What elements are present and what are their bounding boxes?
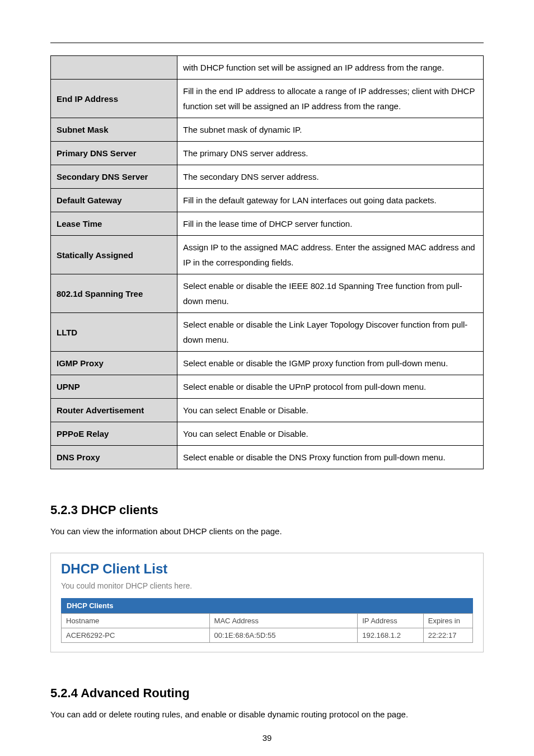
col-hostname: Hostname: [62, 614, 210, 628]
def-label: Primary DNS Server: [51, 142, 177, 165]
def-desc: The primary DNS server address.: [177, 142, 484, 165]
def-desc: You can select Enable or Disable.: [177, 399, 484, 422]
def-desc: Select enable or disable the IGMP proxy …: [177, 352, 484, 375]
page-number: 39: [0, 733, 534, 743]
dhcp-client-panel: DHCP Client List You could monitor DHCP …: [50, 553, 484, 652]
cell-expires: 22:22:17: [423, 628, 472, 643]
section-intro: You can add or delete routing rules, and…: [50, 710, 484, 719]
def-label: 802.1d Spanning Tree: [51, 274, 177, 313]
table-row: Secondary DNS Server The secondary DNS s…: [51, 165, 484, 189]
def-label: DNS Proxy: [51, 446, 177, 469]
table-row: Lease Time Fill in the lease time of DHC…: [51, 212, 484, 236]
def-label: Router Advertisement: [51, 399, 177, 422]
col-mac: MAC Address: [209, 614, 358, 628]
def-label: IGMP Proxy: [51, 352, 177, 375]
def-label: Statically Assigned: [51, 236, 177, 274]
panel-subtitle: You could monitor DHCP clients here.: [61, 581, 473, 590]
def-label: Default Gateway: [51, 189, 177, 212]
col-expires: Expires in: [423, 614, 472, 628]
def-label: UPNP: [51, 375, 177, 399]
def-desc: Assign IP to the assigned MAC address. E…: [177, 236, 484, 274]
def-desc: Fill in the default gateway for LAN inte…: [177, 189, 484, 212]
cell-mac: 00:1E:68:6A:5D:55: [209, 628, 358, 643]
def-label: Subnet Mask: [51, 118, 177, 142]
section-intro: You can view the information about DHCP …: [50, 526, 484, 536]
table-row: Primary DNS Server The primary DNS serve…: [51, 142, 484, 165]
table-row: End IP Address Fill in the end IP addres…: [51, 80, 484, 118]
def-desc: with DHCP function set will be assigned …: [177, 56, 484, 80]
def-label: LLTD: [51, 313, 177, 352]
table-row: Statically Assigned Assign IP to the ass…: [51, 236, 484, 274]
def-desc: The secondary DNS server address.: [177, 165, 484, 189]
def-desc: You can select Enable or Disable.: [177, 422, 484, 446]
def-desc: Fill in the lease time of DHCP server fu…: [177, 212, 484, 236]
def-desc: Select enable or disable the UPnP protoc…: [177, 375, 484, 399]
def-desc: The subnet mask of dynamic IP.: [177, 118, 484, 142]
def-label: Secondary DNS Server: [51, 165, 177, 189]
table-row: DNS Proxy Select enable or disable the D…: [51, 446, 484, 469]
cell-ip: 192.168.1.2: [358, 628, 424, 643]
table-row: Router Advertisement You can select Enab…: [51, 399, 484, 422]
table-row: Default Gateway Fill in the default gate…: [51, 189, 484, 212]
section-heading-dhcp-clients: 5.2.3 DHCP clients: [50, 503, 484, 517]
definitions-table: with DHCP function set will be assigned …: [50, 55, 484, 469]
table-row: LLTD Select enable or disable the Link L…: [51, 313, 484, 352]
top-rule: [50, 43, 484, 43]
table-row: with DHCP function set will be assigned …: [51, 56, 484, 80]
def-label: End IP Address: [51, 80, 177, 118]
table-row: UPNP Select enable or disable the UPnP p…: [51, 375, 484, 399]
table-row: 802.1d Spanning Tree Select enable or di…: [51, 274, 484, 313]
dhcp-client-table: Hostname MAC Address IP Address Expires …: [61, 613, 473, 643]
table-row: PPPoE Relay You can select Enable or Dis…: [51, 422, 484, 446]
def-desc: Select enable or disable the IEEE 802.1d…: [177, 274, 484, 313]
table-row: Subnet Mask The subnet mask of dynamic I…: [51, 118, 484, 142]
def-label: Lease Time: [51, 212, 177, 236]
def-desc: Select enable or disable the DNS Proxy f…: [177, 446, 484, 469]
table-row: ACER6292-PC 00:1E:68:6A:5D:55 192.168.1.…: [62, 628, 473, 643]
def-desc: Select enable or disable the Link Layer …: [177, 313, 484, 352]
panel-section-bar: DHCP Clients: [61, 598, 473, 613]
def-label: PPPoE Relay: [51, 422, 177, 446]
cell-hostname: ACER6292-PC: [62, 628, 210, 643]
def-desc: Fill in the end IP address to allocate a…: [177, 80, 484, 118]
table-row: IGMP Proxy Select enable or disable the …: [51, 352, 484, 375]
section-heading-advanced-routing: 5.2.4 Advanced Routing: [50, 686, 484, 701]
def-label-blank: [51, 56, 177, 80]
col-ip: IP Address: [358, 614, 424, 628]
panel-title: DHCP Client List: [61, 561, 473, 577]
